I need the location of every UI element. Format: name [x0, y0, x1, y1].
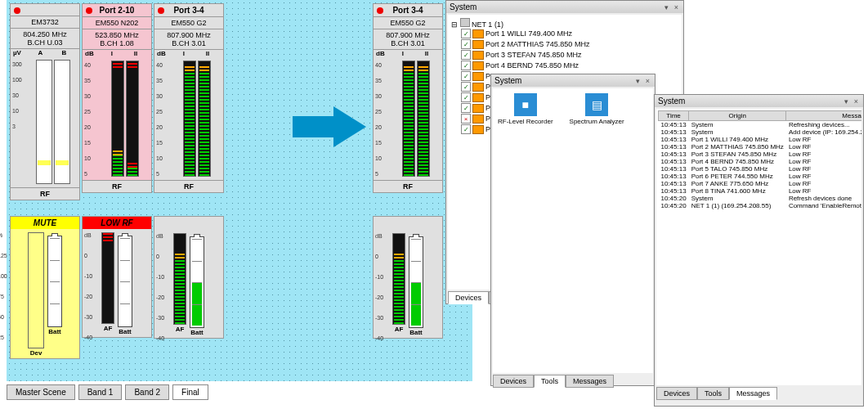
checkbox-icon[interactable]: ✓: [461, 103, 471, 113]
table-row[interactable]: 10:45:13Port 8 TINA 741.600 MHzLow RFWAR…: [659, 187, 862, 195]
window-controls[interactable]: ▾ ×: [844, 97, 860, 106]
af-meter: [173, 233, 186, 325]
system-tools-window[interactable]: System▾ × ■RF-Level Recorder ▤Spectrum A…: [490, 74, 655, 386]
device-icon: [472, 72, 484, 81]
tab-final[interactable]: Final: [172, 384, 208, 400]
rf-meter-ii: [126, 61, 139, 177]
table-row[interactable]: 10:45:13Port 2 MATTHIAS 745.850 MHzLow R…: [659, 143, 862, 151]
tree-item[interactable]: ✓Port 4 BERND 745.850 MHz: [451, 61, 678, 71]
rf-meter-i: [183, 61, 196, 177]
system-messages-window[interactable]: System▾ × Time Origin Message Severity 1…: [654, 94, 864, 407]
model-label: EM3732: [11, 16, 79, 29]
device-icon: [472, 51, 484, 60]
model-label: EM550 N202: [83, 17, 151, 29]
svg-marker-0: [293, 106, 366, 147]
table-row[interactable]: 10:45:13Port 4 BERND 745.850 MHzLow RFWA…: [659, 158, 862, 165]
table-row[interactable]: 10:45:13Port 6 PETER 744.550 MHzLow RFWA…: [659, 173, 862, 180]
rec-dot-icon: [377, 7, 383, 14]
table-row[interactable]: 10:45:13Port 1 WILLI 749.400 MHzLow RFWA…: [659, 136, 862, 143]
checkbox-icon[interactable]: ✓: [461, 71, 471, 81]
tab-devices[interactable]: Devices: [448, 291, 489, 304]
af-block-2: LOW RF dB0-10-20-30-40 AF Batt: [82, 216, 152, 338]
channel-4[interactable]: Port 3-4 EM550 G2 807.900 MHzB.CH 3.01 d…: [373, 3, 443, 193]
tab-messages[interactable]: Messages: [566, 375, 614, 388]
device-icon: [472, 115, 484, 124]
table-row[interactable]: 10:45:13SystemRefreshing devices...INFO: [659, 121, 862, 129]
device-icon: [472, 83, 484, 92]
window-controls[interactable]: ▾ ×: [636, 77, 651, 85]
scene-tabs: Master Scene Band 1 Band 2 Final: [7, 384, 208, 400]
monitor-panel: EM3732 804.250 MHzB.CH U.03 µVAB 3001003…: [7, 0, 472, 381]
af-block-1: MUTE %125100755025 Dev Batt: [10, 216, 80, 359]
device-icon: [472, 61, 484, 70]
model-label: EM550 G2: [374, 17, 442, 29]
tab-tools[interactable]: Tools: [697, 387, 729, 400]
tab-messages[interactable]: Messages: [729, 387, 777, 400]
checkbox-icon[interactable]: ✓: [461, 61, 471, 70]
tab-band1[interactable]: Band 1: [78, 384, 123, 400]
af-block-4: dB0-10-20-30-40 AF Batt: [373, 216, 443, 339]
window-title: System: [494, 76, 521, 85]
message-table[interactable]: Time Origin Message Severity 10:45:13Sys…: [658, 110, 861, 209]
af-block-3: dB0-10-20-30-40 AF Batt: [154, 216, 224, 339]
af-meter: [101, 232, 114, 324]
window-title: System: [450, 2, 477, 11]
window-controls[interactable]: ▾ ×: [664, 3, 680, 11]
channel-3[interactable]: Port 3-4 EM550 G2 807.900 MHzB.CH 3.01 d…: [154, 3, 224, 193]
tree-item[interactable]: ✓Port 2 MATTHIAS 745.850 MHz: [451, 39, 678, 50]
arrow-right-icon: [293, 106, 366, 147]
table-row[interactable]: 10:45:20NET 1 (1) (169.254.208.55)Comman…: [659, 202, 862, 209]
tab-master-scene[interactable]: Master Scene: [7, 384, 75, 400]
device-icon: [472, 104, 484, 113]
checkbox-icon[interactable]: ✓: [461, 124, 471, 134]
lowrf-indicator: LOW RF: [83, 217, 151, 229]
rec-dot-icon: [158, 7, 164, 14]
tab-band2[interactable]: Band 2: [125, 384, 169, 400]
mute-indicator: MUTE: [11, 217, 79, 229]
tab-devices[interactable]: Devices: [493, 375, 534, 388]
window-title: System: [658, 97, 685, 106]
rf-meter-i: [111, 61, 124, 177]
tool-spectrum-analyzer[interactable]: ▤Spectrum Analyzer: [570, 93, 624, 368]
tree-item[interactable]: ✓Port 3 STEFAN 745.850 MHz: [451, 50, 678, 61]
rf-meter-a: [36, 60, 52, 184]
checkbox-icon[interactable]: ✓: [461, 29, 471, 38]
table-row[interactable]: 10:45:13Port 5 TALO 745.850 MHzLow RFWAR…: [659, 165, 862, 173]
checkbox-icon[interactable]: ✓: [461, 50, 471, 60]
tab-tools[interactable]: Tools: [534, 375, 566, 388]
rf-meter-b: [54, 60, 70, 184]
table-row[interactable]: 10:45:20SystemRefresh devices doneINFO: [659, 195, 862, 202]
device-icon: [472, 29, 484, 38]
deviation-meter: [28, 232, 44, 348]
table-row[interactable]: 10:45:13SystemAdd device (IP: 169.254.20…: [659, 128, 862, 136]
battery-icon: [190, 236, 204, 328]
channel-1[interactable]: EM3732 804.250 MHzB.CH U.03 µVAB 3001003…: [10, 3, 80, 200]
tree-item[interactable]: ✓Port 1 WILLI 749.400 MHz: [451, 29, 678, 39]
checkbox-icon[interactable]: ✓: [461, 82, 471, 92]
model-label: EM550 G2: [154, 17, 223, 29]
table-row[interactable]: 10:45:13Port 3 STEFAN 745.850 MHzLow RFW…: [659, 151, 862, 158]
tool-rf-recorder[interactable]: ■RF-Level Recorder: [498, 93, 553, 368]
battery-icon: [47, 236, 62, 327]
device-icon: [472, 125, 484, 134]
rec-dot-icon: [86, 7, 92, 14]
channel-2[interactable]: Port 2-10 EM550 N202 523.850 MHzB.CH 1.0…: [82, 3, 152, 193]
recorder-icon: ■: [514, 93, 537, 116]
battery-icon: [118, 236, 132, 327]
rf-meter-i: [402, 61, 415, 177]
rf-meter-ii: [417, 61, 430, 177]
device-icon: [472, 40, 484, 49]
rec-dot-icon: [14, 7, 20, 14]
table-row[interactable]: 10:45:13Port 7 ANKE 775.650 MHzLow RFWAR…: [659, 180, 862, 187]
rf-meter-ii: [198, 61, 211, 177]
tab-devices[interactable]: Devices: [656, 387, 697, 400]
checkbox-icon[interactable]: ×: [461, 114, 471, 124]
device-icon: [472, 93, 484, 102]
analyzer-icon: ▤: [585, 93, 608, 116]
checkbox-icon[interactable]: ✓: [461, 39, 471, 49]
af-meter: [392, 233, 405, 325]
battery-icon: [409, 236, 423, 328]
checkbox-icon[interactable]: ✓: [461, 92, 471, 102]
